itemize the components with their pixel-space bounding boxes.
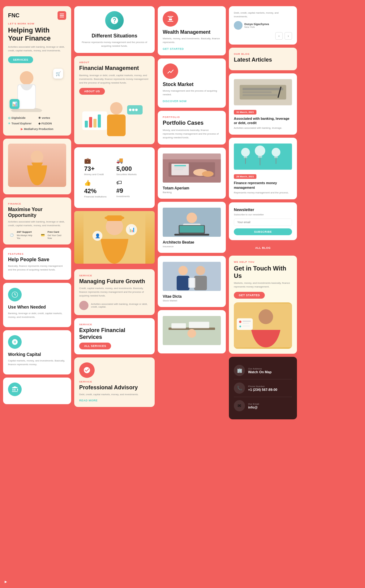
article-2-title: Finance represents money management [234,181,292,190]
portfolio-image-4 [163,315,221,346]
svg-point-17 [132,109,135,111]
stock-discover[interactable]: DISCOVER NOW [163,100,221,103]
svg-rect-13 [93,119,97,128]
financial-mgmt-image [79,99,150,139]
article-svg-2 [234,143,292,171]
svg-point-72 [259,309,273,323]
hero-image: 🛒 📊 [8,66,66,115]
contact-svg [234,302,292,349]
professional-read-more[interactable]: READ MORE [79,399,150,402]
contact-email: ✉ Our Email info@ [234,397,292,414]
article-1-desc: Activities associated with banking, leve… [234,126,292,130]
working-capital-title: Working Capital [8,352,66,357]
support-free-card: 💳 Free Card Get Your Card Now [39,231,66,240]
stat-icon-2: 🚚 [116,157,145,164]
prev-arrow[interactable]: ‹ [275,32,283,40]
article-1-title: Associated with banking, leverage or deb… [234,116,292,125]
partner-fuzion: ◈ FUZION [38,122,66,125]
professional-title: Professional Advisory [79,384,150,391]
bank-card [3,378,71,404]
portfolio-title-2: Architecto Beatae [163,240,221,244]
svg-rect-51 [171,323,186,328]
support-row: 🕐 24/7 Support We Always Help You 💳 Free… [8,231,66,240]
svg-rect-9 [107,115,126,136]
wealth-desc: Markets, money, and investments. Basical… [163,37,221,44]
use-when-icon [8,288,22,301]
wealth-get-started[interactable]: GET STARTED [163,47,221,50]
about-us-button[interactable]: ABOUT US [79,88,105,95]
brand-name: FNC [8,12,19,19]
all-blog-button[interactable]: ALL BLOG [250,244,276,251]
situations-card: Different Situations Finance represents … [74,6,155,53]
financial-mgmt-desc: Banking, leverage or debt, credit, capit… [79,74,150,85]
column-3: Wealth Management Markets, money, and in… [158,6,226,582]
svg-point-61 [241,148,250,157]
stats-grid: 💼 73+ Money and Credit 🚚 5,000 Securitie… [79,152,150,203]
working-capital-desc: Capital markets, money, and investments.… [8,359,66,366]
contact-address: 🏢 Our Address Watch On Map [234,362,292,379]
portfolio-item-4 [158,310,226,353]
services-button[interactable]: SERVICES [8,56,33,63]
explore-label: SERVICE [79,323,150,326]
svg-rect-78 [243,326,250,326]
explore-title: Explore Financial Services [79,327,150,340]
testimonial-avatar [234,21,243,30]
svg-point-6 [32,151,43,162]
stat-investments: 🏷 #9 Investments [116,179,145,198]
menu-button[interactable] [58,11,66,20]
support-text-2: Free Card Get Your Card Now [48,231,66,240]
financial-mgmt-title: Financial Management [79,65,150,72]
svg-rect-68 [274,156,278,158]
blog-title: Latest Articles [234,57,292,63]
partner-vortex: ❊ vortex [38,116,66,119]
svg-point-44 [178,266,188,275]
partner-travel: ✈ Travel Explorer [8,122,36,125]
wealth-title: Wealth Management [163,29,221,35]
stat-icon-1: 💼 [84,157,113,164]
svg-rect-33 [174,167,185,168]
help-save-card: FEATURES Help People Save Basically, fin… [3,248,71,280]
svg-rect-45 [177,276,189,290]
wealth-icon [163,11,178,27]
partner-digitalside: ◎ Digitalside [8,116,36,119]
article-2-desc: Represents money management and the proc… [234,191,292,194]
portfolio-title: Portfolio Cases [163,120,221,127]
portfolio-svg-4 [163,315,221,346]
stat-money-credit: 💼 73+ Money and Credit [84,157,113,176]
svg-rect-62 [244,156,247,158]
svg-rect-56 [243,88,283,90]
subscribe-button[interactable]: SUBSCRIBE [234,228,292,235]
use-when-title: Use When Needed [8,305,66,310]
article-2-date: 28 March, 2021 [234,174,256,179]
svg-rect-14 [98,115,101,128]
stat-label-2: Securities Markets [116,173,145,176]
svg-point-36 [202,171,214,177]
newsletter-email-input[interactable] [234,218,292,226]
svg-point-67 [272,148,280,157]
financial-mgmt-card: ABOUT Financial Management Banking, leve… [74,56,155,144]
support-24-7: 🕐 24/7 Support We Always Help You [8,231,36,240]
portfolio-item-2: Architecto Beatae Insurance [158,202,226,253]
newsletter-title: Newsletter [234,207,292,212]
svg-rect-76 [243,323,249,324]
hero-title: Helping With Your Finance [8,26,66,43]
portfolio-image-1 [163,153,221,184]
phone-label: Phone Number [248,385,277,388]
contact-info-card: 🏢 Our Address Watch On Map 📞 Phone Numbe… [229,357,297,419]
floating-cart-icon: 🛒 [53,69,63,79]
next-arrow[interactable]: › [285,32,292,40]
partners-section: ◎ Digitalside ❊ vortex ✈ Travel Explorer… [8,116,66,131]
phone-icon: 📞 [234,383,245,394]
managing-avatar [79,301,88,310]
professional-icon [79,362,95,378]
svg-rect-73 [237,318,253,330]
all-services-button[interactable]: ALL SERVICES [79,343,111,349]
svg-text:👤: 👤 [95,233,101,239]
email-value: info@ [248,405,259,409]
svg-rect-42 [174,234,209,236]
use-when-card: Use When Needed Banking, leverage or deb… [3,283,71,327]
svg-rect-57 [243,91,272,93]
svg-text:📊: 📊 [129,227,135,232]
get-started-button[interactable]: GET STARTED [234,292,265,299]
working-capital-card: Working Capital Capital markets, money, … [3,330,71,374]
